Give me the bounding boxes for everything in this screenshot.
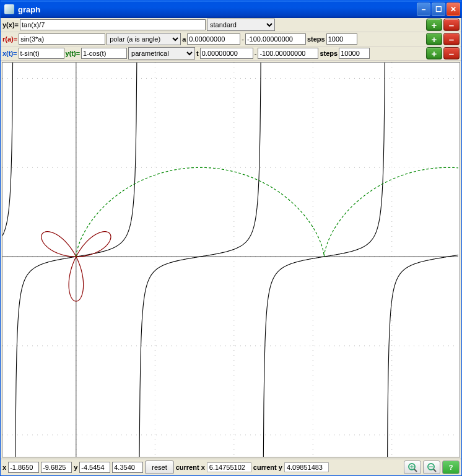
zoom-in-button[interactable] [404, 461, 421, 474]
plot-canvas[interactable] [2, 62, 460, 457]
y-from-display[interactable] [79, 462, 110, 473]
svg-line-17 [434, 469, 436, 472]
close-button[interactable]: ✕ [447, 2, 460, 16]
minimize-button[interactable]: – [417, 2, 430, 16]
yt-label: y(t)= [66, 50, 81, 57]
app-window: graph – ☐ ✕ y(x)= standard + – r(a)= pol… [0, 0, 462, 476]
current-y-label: current y [253, 464, 282, 471]
content: y(x)= standard + – r(a)= polar (a is ang… [1, 18, 461, 475]
help-button[interactable]: ? [442, 461, 460, 474]
steps-input-2[interactable] [326, 33, 357, 45]
t-to-input[interactable] [258, 48, 318, 59]
t-from-input[interactable] [200, 48, 253, 59]
y-range-label: y [74, 464, 77, 471]
yx-mode-select[interactable]: standard [207, 19, 275, 31]
xt-label: x(t)= [2, 50, 17, 57]
ra-label: r(a)= [2, 35, 17, 43]
reset-button[interactable]: reset [145, 461, 173, 474]
x-range-label: x [2, 464, 6, 471]
param-mode-select[interactable]: parametrical [128, 47, 195, 60]
yt-input[interactable] [81, 48, 127, 59]
x-from-display[interactable] [8, 462, 39, 473]
steps-label-3: steps [320, 50, 338, 57]
a-label: a [182, 35, 186, 43]
current-x-value: 6.14755102 [207, 462, 251, 472]
titlebar[interactable]: graph – ☐ ✕ [1, 1, 461, 18]
steps-label-2: steps [307, 35, 325, 43]
zoom-in-icon [408, 462, 417, 472]
remove-button-2[interactable]: – [443, 33, 460, 45]
y-to-display[interactable] [112, 462, 143, 473]
ra-mode-select[interactable]: polar (a is angle) [107, 33, 181, 45]
function-row-3: x(t)= y(t)= parametrical t - steps + – [1, 46, 461, 61]
current-x-label: current x [176, 464, 205, 471]
remove-button-3[interactable]: – [443, 47, 460, 60]
maximize-button[interactable]: ☐ [432, 2, 445, 16]
window-title: graph [18, 5, 416, 14]
zoom-out-button[interactable] [423, 461, 440, 474]
function-row-1: y(x)= standard + – [1, 18, 461, 32]
add-button-1[interactable]: + [426, 19, 442, 31]
yx-label: y(x)= [2, 21, 19, 29]
statusbar: x y reset current x 6.14755102 current y… [1, 459, 461, 475]
yx-input[interactable] [20, 19, 206, 30]
remove-button-1[interactable]: – [443, 19, 460, 31]
function-row-2: r(a)= polar (a is angle) a - steps + – [1, 32, 461, 46]
a-from-input[interactable] [187, 33, 240, 45]
ra-input[interactable] [19, 33, 105, 45]
add-button-2[interactable]: + [426, 33, 442, 45]
app-icon [4, 4, 14, 14]
a-to-input[interactable] [245, 33, 306, 45]
xt-input[interactable] [19, 48, 64, 59]
x-to-display[interactable] [41, 462, 72, 473]
help-icon: ? [449, 464, 453, 471]
svg-line-13 [414, 469, 417, 472]
add-button-3[interactable]: + [426, 47, 442, 60]
plot-svg [2, 63, 458, 457]
t-label: t [196, 50, 199, 57]
current-y-value: 4.09851483 [284, 462, 329, 472]
steps-input-3[interactable] [339, 48, 370, 59]
zoom-out-icon [427, 462, 437, 472]
